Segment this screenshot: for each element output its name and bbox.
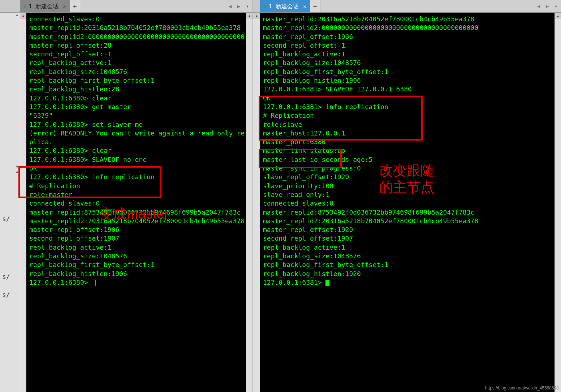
terminal-line: master_replid:20316a5218b704052ef780001c… <box>29 23 245 32</box>
terminal-line: role:slave <box>263 120 554 129</box>
gutter-item: s/ <box>0 215 20 223</box>
terminal-line: repl_backlog_first_byte_offset:1 <box>29 260 245 269</box>
scroll-up-icon[interactable]: ▲ <box>0 13 20 17</box>
terminal-line: repl_backlog_size:1048576 <box>263 59 554 67</box>
terminal-line: master_replid2:0000000000000000000000000… <box>263 23 554 32</box>
close-icon[interactable]: × <box>63 4 66 9</box>
tab-next-icon[interactable]: ▶ <box>544 3 551 9</box>
cursor <box>325 280 329 286</box>
scroll-up-icon[interactable]: ▲ <box>20 13 26 19</box>
tab-nav: ◀ ▶ ▾ <box>226 0 253 12</box>
add-tab-button[interactable]: + <box>310 0 320 12</box>
terminal-right[interactable]: master_replid:20316a5218b704052ef780001c… <box>260 13 554 392</box>
scrollbar-inner-right[interactable]: ▲ <box>253 13 260 392</box>
scroll-down-icon[interactable]: ▼ <box>0 164 20 169</box>
terminal-line: 127.0.0.1:6380> get master <box>29 103 245 111</box>
terminal-line: repl_backlog_active:1 <box>263 243 554 252</box>
terminal-line: repl_backlog_active:1 <box>29 59 245 67</box>
terminal-line: master_last_io_seconds_ago:5 <box>263 155 554 164</box>
terminal-line: repl_backlog_size:1048576 <box>29 252 245 260</box>
terminal-line: "6379" <box>29 111 245 120</box>
terminal-line: repl_backlog_histlen:1920 <box>263 270 554 278</box>
terminal-line: master_repl_offset:1906 <box>29 225 245 234</box>
terminal-left[interactable]: connected_slaves:0master_replid:20316a52… <box>26 13 246 392</box>
terminal-line: master_repl_offset:28 <box>29 41 245 50</box>
terminal-line: master_replid2:0000000000000000000000000… <box>29 33 245 41</box>
terminal-line: repl_backlog_first_byte_offset:1 <box>263 68 554 76</box>
terminal-prompt-line: 127.0.0.1:6381> <box>263 278 554 287</box>
tab-label: 1 新建会话 <box>29 3 59 10</box>
watermark: https://blog.csdn.net/weixin_45568648 <box>485 385 559 391</box>
terminal-line: repl_backlog_histlen:28 <box>29 85 245 94</box>
terminal-line: repl_backlog_first_byte_offset:1 <box>29 76 245 85</box>
right-pane: 1 新建会话 × + ◀ ▶ ▾ ▲ master_replid:20316a5… <box>253 0 561 392</box>
scroll-up-icon[interactable]: ▲ <box>555 13 561 19</box>
terminal-line: master_repl_offset:1906 <box>263 33 554 41</box>
terminal-line: # Replication <box>29 182 245 190</box>
tab-prev-icon[interactable]: ◀ <box>535 3 542 9</box>
terminal-line: slave_read_only:1 <box>263 190 554 199</box>
terminal-line: connected_slaves:0 <box>29 15 245 23</box>
terminal-line: 127.0.0.1:6380> set slaver me <box>29 120 245 129</box>
terminal-line: (error) READONLY You can't write against… <box>29 129 245 147</box>
terminal-line: 127.0.0.1:6381> info replication <box>263 103 554 111</box>
terminal-line: # Replication <box>263 111 554 120</box>
tab-bar-gutter <box>0 0 20 12</box>
terminal-prompt-line: 127.0.0.1:6380> <box>29 278 245 287</box>
left-gutter: ▲ ▼ ▲ s/ s/ s/ <box>0 13 20 392</box>
scrollbar-outer-left[interactable]: ▲ <box>246 13 253 392</box>
scroll-up-icon-2[interactable]: ▲ <box>0 169 20 174</box>
terminal-line: master_replid:8753492f0d036732bb974698f6… <box>263 208 554 217</box>
scrollbar-inner-left[interactable]: ▲ <box>20 13 26 392</box>
terminal-line: repl_backlog_size:1048576 <box>29 68 245 76</box>
terminal-line: second_repl_offset:1907 <box>29 234 245 243</box>
terminal-line: repl_backlog_first_byte_offset:1 <box>263 260 554 269</box>
terminal-line: master_replid2:20316a5218b704052ef780001… <box>263 217 554 225</box>
tab-menu-icon[interactable]: ▾ <box>552 3 560 9</box>
terminal-line: master_replid:20316a5218b704052ef780001c… <box>263 15 554 23</box>
terminal-line: 127.0.0.1:6381> SLAVEOF 127.0.0.1 6380 <box>263 85 554 94</box>
terminal-line: connected_slaves:0 <box>29 199 245 208</box>
scroll-up-icon[interactable]: ▲ <box>246 13 253 19</box>
terminal-line: master_host:127.0.0.1 <box>263 129 554 138</box>
left-pane: 1 新建会话 × + ◀ ▶ ▾ ▲ ▼ ▲ s/ s/ s/ <box>0 0 253 392</box>
terminal-line: repl_backlog_size:1048576 <box>263 252 554 260</box>
cursor <box>92 280 96 286</box>
tab-next-icon[interactable]: ▶ <box>235 3 242 9</box>
terminal-line: repl_backlog_active:1 <box>29 243 245 252</box>
close-icon[interactable]: × <box>303 4 306 9</box>
tab-nav: ◀ ▶ ▾ <box>535 0 561 12</box>
terminal-line: master_port:6380 <box>263 138 554 146</box>
term-body-left: ▲ ▼ ▲ s/ s/ s/ ▲ connected_slaves:0maste… <box>0 13 253 392</box>
status-dot-icon <box>264 5 267 8</box>
terminal-line: role:master <box>29 190 245 199</box>
scrollbar-outer-right[interactable]: ▲ <box>554 13 561 392</box>
terminal-line: 127.0.0.1:6380> clear <box>29 94 245 103</box>
gutter-item: s/ <box>0 273 20 280</box>
terminal-line: second_repl_offset:1907 <box>263 234 554 243</box>
terminal-line: 127.0.0.1:6380> SLAVEOF no one <box>29 155 245 164</box>
status-dot-icon <box>23 5 26 8</box>
scroll-up-icon[interactable]: ▲ <box>253 13 260 19</box>
terminal-line: repl_backlog_histlen:1906 <box>29 270 245 278</box>
tab-bar-gutter <box>253 0 260 12</box>
terminal-line: OK <box>263 94 554 103</box>
tab-session-1-left[interactable]: 1 新建会话 × <box>20 0 70 12</box>
tab-bar-left: 1 新建会话 × + ◀ ▶ ▾ <box>0 0 253 13</box>
terminal-line: master_replid2:20316a5218b704052ef780001… <box>29 217 245 225</box>
tab-bar-right: 1 新建会话 × + ◀ ▶ ▾ <box>253 0 561 13</box>
terminal-line: repl_backlog_active:1 <box>263 50 554 59</box>
terminal-line: 127.0.0.1:6380> info replication <box>29 173 245 181</box>
terminal-line: OK <box>29 164 245 173</box>
term-body-right: ▲ master_replid:20316a5218b704052ef78000… <box>253 13 561 392</box>
terminal-line: connected_slaves:0 <box>263 199 554 208</box>
gutter-item: s/ <box>0 291 20 298</box>
tab-session-1-right[interactable]: 1 新建会话 × <box>260 0 310 12</box>
terminal-line: repl_backlog_histlen:1906 <box>263 76 554 85</box>
tab-prev-icon[interactable]: ◀ <box>226 3 234 9</box>
tab-menu-icon[interactable]: ▾ <box>244 3 251 9</box>
terminal-line: master_repl_offset:1920 <box>263 225 554 234</box>
terminal-line: master_link_status:up <box>263 146 554 155</box>
add-tab-button[interactable]: + <box>70 0 80 12</box>
terminal-line: second_repl_offset:-1 <box>29 50 245 59</box>
